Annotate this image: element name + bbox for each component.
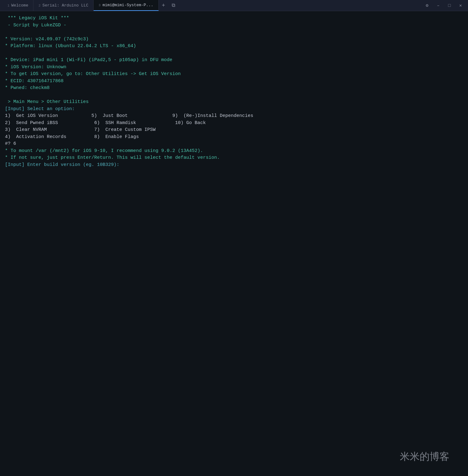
tab-welcome-label: Welcome (11, 3, 29, 8)
tab-bar: 1 Welcome 2 Serial: Arduino LLC 3 mimi@m… (2, 0, 422, 11)
window-controls: ⚙ – □ ✕ (422, 1, 466, 11)
tab-serial-label: Serial: Arduino LLC (42, 3, 88, 8)
close-button[interactable]: ✕ (456, 1, 466, 11)
settings-button[interactable]: ⚙ (422, 1, 432, 11)
add-tab-button[interactable]: + (159, 1, 169, 11)
split-tab-button[interactable]: ⧉ (169, 1, 179, 11)
watermark: 米米的博客 (400, 450, 449, 464)
terminal-area[interactable]: *** Legacy iOS Kit *** - Script by LukeZ… (0, 11, 468, 476)
minimize-button[interactable]: – (433, 1, 443, 11)
tab-serial[interactable]: 2 Serial: Arduino LLC (33, 0, 94, 11)
terminal-output: *** Legacy iOS Kit *** - Script by LukeZ… (5, 15, 463, 168)
tab-mimi-number: 3 (99, 3, 101, 7)
tab-welcome[interactable]: 1 Welcome (2, 0, 33, 11)
titlebar: 1 Welcome 2 Serial: Arduino LLC 3 mimi@m… (0, 0, 468, 11)
tab-mimi[interactable]: 3 mimi@mimi-System-P... (94, 0, 158, 11)
tab-mimi-label: mimi@mimi-System-P... (103, 3, 153, 7)
maximize-button[interactable]: □ (444, 1, 454, 11)
tab-welcome-number: 1 (7, 4, 10, 7)
tab-serial-number: 2 (38, 4, 41, 7)
